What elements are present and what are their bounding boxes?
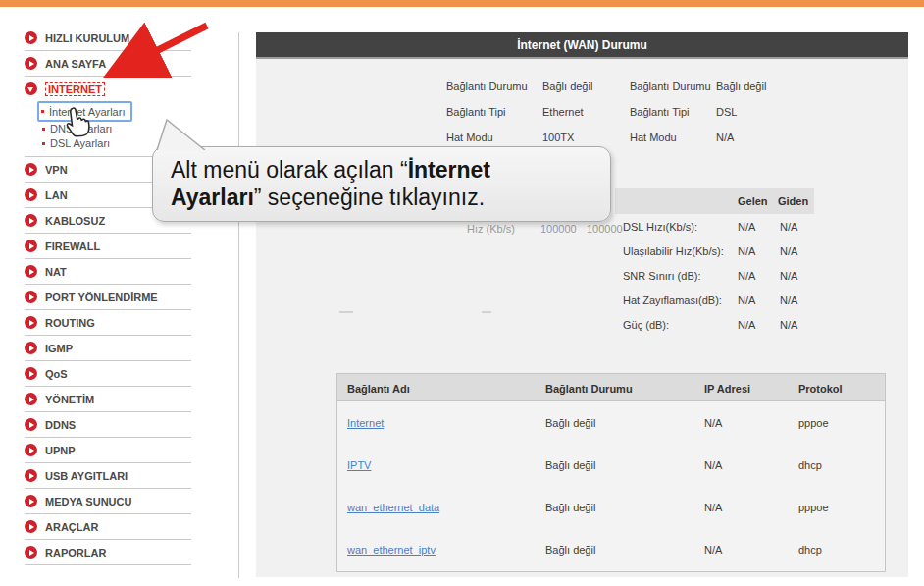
status-value: Bağlı değil bbox=[716, 80, 766, 92]
stat-giden: N/A bbox=[780, 221, 797, 233]
stat-label: DSL Hızı(Kb/s): bbox=[623, 221, 697, 233]
stat-gelen: N/A bbox=[738, 245, 755, 257]
stat-gelen: N/A bbox=[738, 270, 755, 282]
status-value: Ethernet bbox=[542, 106, 584, 118]
connection-ip: N/A bbox=[704, 544, 722, 556]
table-row: wan_ethernet_iptv Bağlı değil N/A dhcp bbox=[337, 528, 885, 570]
stat-label: SNR Sınırı (dB): bbox=[623, 270, 700, 282]
speed-value-in: 100000 bbox=[540, 223, 587, 235]
sidebar-group: QoS bbox=[25, 361, 191, 387]
sidebar: HIZLI KURULUM ANA SAYFA INTERNET İnterne… bbox=[25, 26, 191, 565]
speed-value-out: 100000 bbox=[587, 223, 623, 235]
table-row: IPTV Bağlı değil N/A dhcp bbox=[337, 444, 885, 486]
column-header-baglanti-durumu: Bağlantı Durumu bbox=[545, 383, 633, 395]
status-row: Bağlantı Tipi Ethernet bbox=[446, 99, 592, 125]
stat-label: Hat Zayıflaması(dB): bbox=[623, 294, 722, 306]
sidebar-item-medya-sunucu[interactable]: MEDYA SUNUCU bbox=[25, 489, 191, 513]
sidebar-item-firewall[interactable]: FIREWALL bbox=[25, 234, 191, 258]
sidebar-item-usb-aygitlari[interactable]: USB AYGITLARI bbox=[25, 463, 191, 488]
sidebar-item-label: DDNS bbox=[45, 419, 76, 431]
dsl-stat-row: SNR Sınırı (dB): N/A N/A bbox=[615, 263, 814, 288]
play-circle-icon bbox=[25, 495, 37, 507]
sidebar-item-label-selected: INTERNET bbox=[45, 82, 105, 96]
connection-link-wan-ethernet-iptv[interactable]: wan_ethernet_iptv bbox=[347, 544, 436, 556]
play-circle-icon bbox=[25, 418, 37, 431]
sidebar-group: YÖNETİM bbox=[25, 387, 191, 412]
play-circle-icon bbox=[25, 31, 37, 44]
connection-status: Bağlı değil bbox=[545, 459, 595, 471]
play-circle-icon bbox=[25, 188, 37, 201]
dsl-stat-row: Ulaşılabilir Hız(Kb/s): N/A N/A bbox=[615, 239, 814, 263]
sidebar-item-upnp[interactable]: UPNP bbox=[25, 438, 191, 462]
sidebar-group: UPNP bbox=[25, 438, 191, 463]
connection-link-iptv[interactable]: IPTV bbox=[347, 459, 371, 471]
connection-status: Bağlı değil bbox=[545, 417, 595, 429]
play-circle-icon bbox=[25, 316, 37, 329]
connection-link-internet[interactable]: Internet bbox=[347, 417, 384, 429]
sidebar-item-qos[interactable]: QoS bbox=[25, 361, 191, 386]
dsl-stats-header: Gelen Giden bbox=[615, 188, 814, 214]
speed-label: Hız (Kb/s) bbox=[467, 223, 540, 235]
sidebar-item-label: LAN bbox=[45, 189, 68, 201]
sidebar-item-ddns[interactable]: DDNS bbox=[25, 412, 191, 437]
sidebar-item-label: ROUTING bbox=[45, 317, 95, 329]
status-label: Bağlantı Durumu bbox=[630, 80, 716, 92]
connection-protocol: pppoe bbox=[798, 502, 829, 513]
sidebar-item-label: ARAÇLAR bbox=[45, 521, 98, 533]
panel-header: İnternet (WAN) Durumu bbox=[256, 32, 908, 59]
stat-giden: N/A bbox=[780, 319, 797, 331]
table-row: wan_ethernet_data Bağlı değil N/A pppoe bbox=[337, 486, 885, 528]
speed-row-partially-hidden: Hız (Kb/s) 100000 100000 bbox=[467, 223, 623, 235]
stat-gelen: N/A bbox=[738, 221, 755, 233]
sidebar-item-label: USB AYGITLARI bbox=[45, 470, 128, 482]
sidebar-group: IGMP bbox=[25, 336, 191, 361]
column-header-protokol: Protokol bbox=[798, 383, 843, 395]
connection-link-wan-ethernet-data[interactable]: wan_ethernet_data bbox=[347, 502, 439, 513]
dsl-stat-row: Hat Zayıflaması(dB): N/A N/A bbox=[615, 288, 814, 312]
router-admin-page: HIZLI KURULUM ANA SAYFA INTERNET İnterne… bbox=[0, 0, 924, 586]
connection-ip: N/A bbox=[704, 502, 722, 513]
red-arrow-icon bbox=[101, 16, 217, 86]
sidebar-item-label: MEDYA SUNUCU bbox=[45, 496, 131, 507]
connection-ip: N/A bbox=[704, 417, 722, 429]
sidebar-group: MEDYA SUNUCU bbox=[25, 489, 191, 514]
sidebar-item-nat[interactable]: NAT bbox=[25, 259, 191, 284]
stat-gelen: N/A bbox=[738, 294, 755, 306]
sidebar-item-raporlar[interactable]: RAPORLAR bbox=[25, 540, 191, 564]
dsl-stats-table: Gelen Giden DSL Hızı(Kb/s): N/A N/A Ulaş… bbox=[615, 188, 814, 337]
column-header-giden: Giden bbox=[778, 195, 808, 207]
sidebar-group: DDNS bbox=[25, 412, 191, 438]
sidebar-item-igmp[interactable]: IGMP bbox=[25, 336, 191, 360]
sidebar-item-label: VPN bbox=[45, 164, 68, 176]
sidebar-item-label: YÖNETİM bbox=[45, 394, 94, 405]
sidebar-item-port-yonlendirme[interactable]: PORT YÖNLENDİRME bbox=[25, 285, 191, 309]
down-triangle-circle-icon bbox=[25, 82, 37, 95]
faint-artifact bbox=[339, 311, 353, 313]
connection-protocol: pppoe bbox=[798, 417, 829, 429]
play-circle-icon bbox=[25, 393, 37, 405]
status-label: Bağlantı Tipi bbox=[446, 106, 542, 118]
sidebar-item-routing[interactable]: ROUTING bbox=[25, 310, 191, 335]
connection-ip: N/A bbox=[704, 459, 722, 471]
sidebar-item-label: IGMP bbox=[45, 343, 73, 354]
status-row: Bağlantı Durumu Bağlı değil bbox=[630, 74, 766, 99]
sidebar-item-label: PORT YÖNLENDİRME bbox=[45, 292, 158, 303]
wan-status-panel: İnternet (WAN) Durumu Bağlantı Durumu Ba… bbox=[256, 32, 908, 577]
sidebar-group: USB AYGITLARI bbox=[25, 463, 191, 489]
stat-label: Ulaşılabilir Hız(Kb/s): bbox=[623, 245, 724, 257]
stat-gelen: N/A bbox=[738, 319, 755, 331]
dsl-stat-row: Güç (dB): N/A N/A bbox=[615, 312, 814, 337]
sidebar-item-araclar[interactable]: ARAÇLAR bbox=[25, 514, 191, 539]
play-circle-icon bbox=[25, 469, 37, 482]
status-block-ethernet: Bağlantı Durumu Bağlı değil Bağlantı Tip… bbox=[446, 74, 592, 150]
hand-cursor-icon bbox=[62, 106, 91, 139]
callout-line2: Ayarları” seçeneğine tıklayınız. bbox=[171, 184, 610, 211]
status-label: Hat Modu bbox=[446, 132, 542, 143]
sidebar-item-yonetim[interactable]: YÖNETİM bbox=[25, 387, 191, 411]
status-block-dsl: Bağlantı Durumu Bağlı değil Bağlantı Tip… bbox=[630, 74, 766, 150]
sidebar-item-label: UPNP bbox=[45, 445, 76, 456]
connections-table: Bağlantı Adı Bağlantı Durumu IP Adresi P… bbox=[336, 373, 886, 572]
play-circle-icon bbox=[25, 57, 37, 70]
status-value: DSL bbox=[716, 106, 737, 118]
sidebar-group: RAPORLAR bbox=[25, 540, 191, 565]
